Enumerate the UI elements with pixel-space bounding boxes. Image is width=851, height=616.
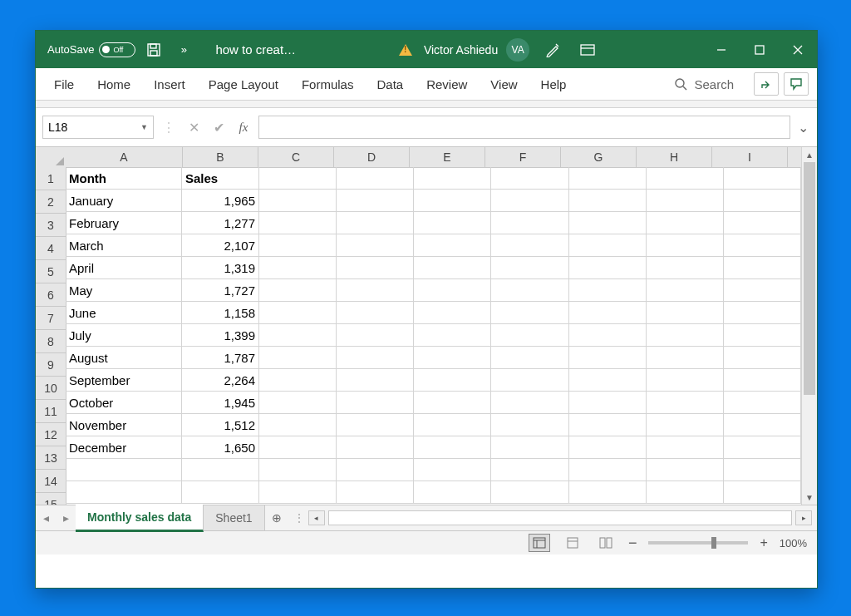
cell-I7[interactable] (724, 302, 801, 324)
user-avatar[interactable]: VA (506, 38, 529, 62)
cell-A3[interactable]: February (66, 212, 182, 234)
cell-E3[interactable] (414, 212, 491, 234)
cell-E10[interactable] (414, 369, 491, 392)
col-header-C[interactable]: C (258, 147, 334, 167)
cell-E4[interactable] (414, 234, 491, 257)
cell-G8[interactable] (569, 324, 647, 347)
cell-G4[interactable] (569, 234, 647, 257)
row-header-4[interactable]: 4 (36, 237, 66, 260)
cell-F4[interactable] (491, 234, 568, 257)
normal-view-icon[interactable] (529, 534, 550, 552)
row-header-12[interactable]: 12 (36, 423, 66, 446)
autosave-toggle[interactable]: AutoSave Off (47, 42, 135, 57)
cell-D4[interactable] (337, 234, 414, 257)
cell-A7[interactable]: June (66, 302, 182, 324)
share-icon[interactable] (754, 72, 779, 96)
row-header-13[interactable]: 13 (36, 446, 66, 470)
cell-I5[interactable] (724, 257, 801, 279)
tab-insert[interactable]: Insert (144, 72, 195, 96)
cell-G6[interactable] (569, 279, 647, 302)
cell-B9[interactable]: 1,787 (182, 347, 259, 369)
cell-H4[interactable] (647, 234, 724, 257)
cell-D1[interactable] (337, 167, 414, 190)
cell-F10[interactable] (491, 369, 568, 392)
cell-F15[interactable] (491, 481, 568, 504)
cell-D9[interactable] (337, 347, 414, 369)
cell-C9[interactable] (259, 347, 337, 369)
cell-C3[interactable] (259, 212, 337, 234)
cell-F8[interactable] (491, 324, 568, 347)
cell-H5[interactable] (647, 257, 724, 279)
cell-B4[interactable]: 2,107 (182, 234, 259, 257)
scroll-down-icon[interactable]: ▼ (802, 490, 817, 505)
tab-prev-icon[interactable]: ◂ (36, 511, 56, 525)
row-header-2[interactable]: 2 (36, 190, 66, 214)
cell-A2[interactable]: January (66, 190, 182, 212)
cell-C14[interactable] (259, 459, 337, 481)
cell-I10[interactable] (724, 369, 801, 392)
col-header-F[interactable]: F (485, 147, 561, 167)
tab-formulas[interactable]: Formulas (292, 72, 364, 96)
cell-B14[interactable] (182, 459, 259, 481)
cell-A15[interactable] (66, 481, 182, 504)
cell-B8[interactable]: 1,399 (182, 324, 259, 347)
cell-I9[interactable] (724, 347, 801, 369)
cell-B15[interactable] (182, 481, 259, 504)
expand-formula-icon[interactable]: ⌄ (795, 120, 810, 136)
cell-D7[interactable] (337, 302, 414, 324)
cell-E2[interactable] (414, 190, 491, 212)
cell-D15[interactable] (337, 481, 414, 504)
col-header-G[interactable]: G (561, 147, 637, 167)
cell-D5[interactable] (337, 257, 414, 279)
cell-I12[interactable] (724, 414, 801, 436)
cell-E12[interactable] (414, 414, 491, 436)
row-header-9[interactable]: 9 (36, 353, 66, 377)
cell-H1[interactable] (647, 167, 724, 190)
comments-icon[interactable] (784, 72, 809, 96)
page-break-view-icon[interactable] (595, 534, 617, 552)
cell-F2[interactable] (491, 190, 568, 212)
cell-A9[interactable]: August (66, 347, 182, 369)
cell-H6[interactable] (647, 279, 724, 302)
cell-E7[interactable] (414, 302, 491, 324)
cell-C1[interactable] (259, 167, 337, 190)
cell-D13[interactable] (337, 436, 414, 459)
search-box[interactable]: Search (664, 77, 744, 91)
cell-B13[interactable]: 1,650 (182, 436, 259, 459)
cell-F5[interactable] (491, 257, 568, 279)
pen-icon[interactable] (541, 38, 564, 62)
cell-B10[interactable]: 2,264 (182, 369, 259, 392)
cell-C8[interactable] (259, 324, 337, 347)
cell-E13[interactable] (414, 436, 491, 459)
cell-H11[interactable] (647, 392, 724, 414)
cell-D2[interactable] (337, 190, 414, 212)
row-header-10[interactable]: 10 (36, 377, 66, 400)
cell-G3[interactable] (569, 212, 647, 234)
col-header-H[interactable]: H (637, 147, 712, 167)
tab-help[interactable]: Help (531, 72, 577, 96)
col-header-E[interactable]: E (410, 147, 485, 167)
hscroll-right-icon[interactable]: ▸ (795, 510, 812, 525)
cell-H13[interactable] (647, 436, 724, 459)
cell-D6[interactable] (337, 279, 414, 302)
cell-H7[interactable] (647, 302, 724, 324)
tab-view[interactable]: View (480, 72, 527, 96)
cell-H9[interactable] (647, 347, 724, 369)
cell-G15[interactable] (569, 481, 647, 504)
cell-I6[interactable] (724, 279, 801, 302)
cell-E6[interactable] (414, 279, 491, 302)
cell-E11[interactable] (414, 392, 491, 414)
cell-C5[interactable] (259, 257, 337, 279)
zoom-slider[interactable] (648, 541, 748, 545)
cell-D10[interactable] (337, 369, 414, 392)
cell-A1[interactable]: Month (66, 167, 182, 190)
page-layout-view-icon[interactable] (562, 534, 583, 552)
cell-A10[interactable]: September (66, 369, 182, 392)
cell-G14[interactable] (569, 459, 647, 481)
formula-input[interactable] (258, 116, 790, 139)
tab-next-icon[interactable]: ▸ (56, 511, 76, 525)
tab-home[interactable]: Home (87, 72, 140, 96)
ribbon-mode-icon[interactable] (576, 38, 599, 62)
cell-F14[interactable] (491, 459, 568, 481)
cell-E9[interactable] (414, 347, 491, 369)
